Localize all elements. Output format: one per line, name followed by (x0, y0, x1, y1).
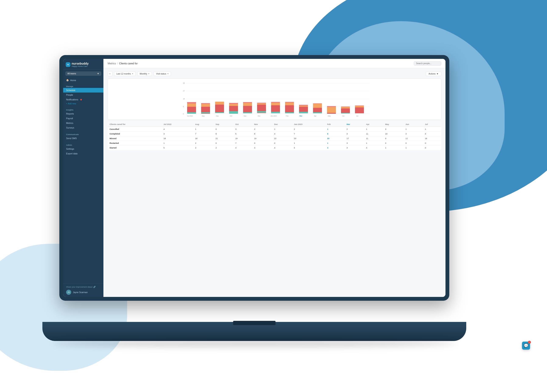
sidebar-item-add-new[interactable]: + Add new (63, 102, 103, 106)
svg-rect-54 (341, 106, 350, 107)
table-cell: 4 (162, 127, 193, 132)
export-data-label: Export data (66, 152, 78, 155)
svg-text:36: 36 (183, 82, 185, 84)
sidebar-section-admin: Admin Settings Export data (63, 141, 103, 157)
table-cell: 4 (273, 146, 292, 150)
svg-rect-27 (243, 102, 252, 103)
table-header-label: Clients cared for (108, 122, 162, 127)
table-col-sep: Sep (214, 122, 233, 127)
insights-section-label: Insights (63, 108, 103, 111)
svg-text:May: May (328, 115, 331, 117)
sidebar-item-notifications[interactable]: Notifications (63, 97, 103, 102)
svg-text:Jul 2022: Jul 2022 (187, 115, 193, 117)
team-selector[interactable]: All teams ▼ (65, 71, 101, 76)
sidebar-item-export-data[interactable]: Export data (63, 151, 103, 156)
table-cell: 8 (253, 132, 273, 136)
reports-label: Reports (66, 113, 74, 115)
table-col-jan2023: Jan 2023 (292, 122, 326, 127)
sidebar-item-schedule[interactable]: Schedule (63, 88, 103, 93)
payroll-label: Payroll (66, 117, 73, 120)
table-cell: 2 (292, 127, 326, 132)
search-input[interactable] (414, 61, 441, 66)
actions-label: Actions (429, 73, 436, 75)
table-cell: 0 (423, 146, 441, 150)
table-cell: 7 (292, 132, 326, 136)
table-row: Missed1818211919222020171101116 (108, 136, 441, 141)
svg-rect-52 (341, 108, 350, 113)
svg-text:Oct: Oct (230, 115, 232, 117)
table-cell: 2 (273, 141, 292, 146)
table-col-mar: Mar (345, 122, 364, 127)
chart-section: ‹ Last 12 months ▼ Monthly ▼ Visit statu… (103, 68, 445, 122)
visit-status-selector[interactable]: Visit status ▼ (154, 72, 171, 76)
table-cell: 3 (383, 127, 404, 132)
svg-rect-48 (313, 112, 322, 113)
sidebar-item-settings[interactable]: Settings (63, 146, 103, 151)
table-cell: 2 (214, 146, 233, 150)
table-cell: 20 (325, 136, 345, 141)
breadcrumb-separator: / (117, 62, 118, 65)
notifications-label: Notifications (66, 98, 78, 101)
svg-rect-40 (285, 112, 294, 113)
period-label: Monthly (140, 73, 147, 75)
breadcrumb: Metrics / Clients cared for (108, 62, 137, 65)
table-col-oct: Oct (233, 122, 253, 127)
actions-button[interactable]: Actions ▼ (426, 72, 441, 76)
schedule-label: Schedule (66, 89, 75, 92)
table-row: Started5224345333110 (108, 146, 441, 150)
svg-rect-12 (187, 102, 196, 104)
sidebar-item-send-sms[interactable]: Send SMS (63, 136, 103, 141)
table-cell: 3 (325, 146, 345, 150)
table-cell: 16 (423, 136, 441, 141)
settings-label: Settings (66, 148, 74, 150)
table-cell: 18 (162, 136, 193, 141)
table-cell: 0 (404, 141, 423, 146)
table-cell: 0 (214, 127, 233, 132)
app-name: nursebuddy (72, 62, 89, 65)
table-col-may: May (383, 122, 404, 127)
table-header-row: Clients cared for Jul 2022 Aug Sep Oct N… (108, 122, 441, 127)
sidebar-item-home[interactable]: 🏠 Home (63, 78, 103, 83)
svg-rect-11 (187, 104, 196, 107)
laptop-screen-outer: ♥ nursebuddy Happy Home Care All teams ▼… (59, 55, 449, 301)
table-cell: 2 (193, 141, 214, 146)
bar-chart-svg: 36 27 18 9 0 (111, 81, 438, 118)
table-cell: 1 (325, 127, 345, 132)
breadcrumb-parent: Metrics (108, 62, 116, 65)
range-selector[interactable]: Last 12 months ▼ (114, 72, 136, 76)
sidebar: ♥ nursebuddy Happy Home Care All teams ▼… (63, 59, 103, 297)
svg-rect-30 (257, 103, 266, 105)
send-sms-label: Send SMS (66, 137, 77, 140)
row-label: Cancelled (108, 127, 162, 132)
user-name: Jayne Scarman (73, 291, 88, 293)
laptop-screen-inner: ♥ nursebuddy Happy Home Care All teams ▼… (63, 59, 445, 297)
sidebar-item-payroll[interactable]: Payroll (63, 116, 103, 121)
table-cell: 4 (162, 132, 193, 136)
svg-text:Dec: Dec (258, 115, 260, 117)
table-cell: 1 (193, 127, 214, 132)
period-selector[interactable]: Monthly ▼ (137, 72, 152, 76)
svg-rect-44 (299, 112, 308, 113)
people-label: People (66, 94, 73, 96)
svg-rect-19 (215, 102, 224, 105)
table-col-aug: Aug (193, 122, 214, 127)
improve-link[interactable]: Share your improvement ideas! 🔗 (66, 286, 101, 288)
svg-rect-23 (229, 103, 238, 104)
svg-rect-25 (243, 106, 252, 113)
sidebar-item-surveys[interactable]: Surveys (63, 125, 103, 130)
row-label: Restarted (108, 141, 162, 146)
svg-rect-58 (355, 106, 364, 106)
svg-rect-43 (299, 105, 308, 106)
table-cell: 1 (162, 141, 193, 146)
sidebar-item-metrics[interactable]: Metrics (63, 121, 103, 125)
svg-rect-34 (271, 103, 280, 105)
main-header: Metrics / Clients cared for (103, 59, 445, 68)
svg-text:Aug: Aug (202, 115, 205, 117)
table-cell: 3 (364, 146, 383, 150)
sidebar-item-people[interactable]: People (63, 93, 103, 97)
prev-nav-button[interactable]: ‹ (108, 71, 112, 76)
svg-rect-18 (215, 105, 224, 113)
table-row: Restarted1207021131000 (108, 141, 441, 146)
sidebar-item-reports[interactable]: Reports (63, 111, 103, 116)
svg-rect-53 (341, 107, 350, 108)
